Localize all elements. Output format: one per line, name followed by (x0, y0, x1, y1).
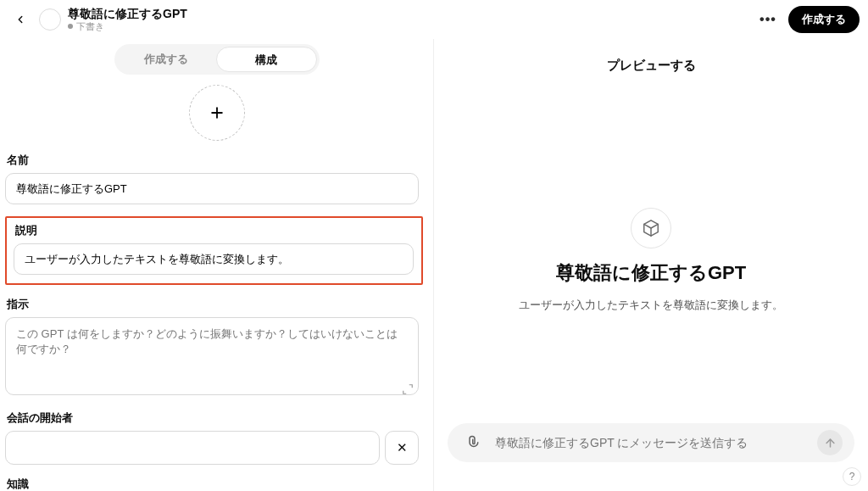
name-label: 名前 (7, 153, 423, 168)
more-options-button[interactable]: ••• (754, 6, 782, 33)
editor-header: 尊敬語に修正するGPT 下書き ••• 作成する (0, 0, 868, 39)
gpt-title: 尊敬語に修正するGPT (68, 8, 187, 20)
conversation-starters-field: 会話の開始者 ✕ (5, 410, 423, 465)
description-label: 説明 (15, 223, 415, 238)
cube-icon (642, 219, 660, 237)
publish-button[interactable]: 作成する (788, 6, 860, 33)
gpt-avatar-placeholder (39, 8, 61, 31)
status-dot-icon (68, 24, 73, 29)
paperclip-icon (465, 435, 480, 450)
ellipsis-icon: ••• (760, 12, 776, 27)
knowledge-label: 知識 (7, 477, 423, 491)
instructions-field: 指示 (5, 297, 423, 399)
preview-gpt-name: 尊敬語に修正するGPT (556, 260, 746, 286)
gpt-status-text: 下書き (76, 21, 104, 31)
question-icon: ? (849, 471, 855, 483)
conversation-starters-label: 会話の開始者 (7, 410, 423, 426)
upload-avatar-button[interactable] (189, 85, 245, 141)
editor-split: 作成する 構成 名前 説明 指示 会話の開始 (0, 39, 868, 491)
preview-message-bar (448, 423, 854, 462)
mode-tabs: 作成する 構成 (114, 44, 320, 75)
preview-message-input[interactable] (495, 436, 807, 449)
header-title-block: 尊敬語に修正するGPT 下書き (68, 8, 187, 31)
close-icon: ✕ (397, 440, 408, 455)
plus-icon (209, 104, 225, 121)
name-field: 名前 (5, 153, 423, 204)
preview-avatar (631, 208, 671, 248)
description-input[interactable] (14, 243, 414, 275)
preview-gpt-description: ユーザーが入力したテキストを尊敬語に変換します。 (519, 298, 783, 313)
configure-form: 名前 説明 指示 会話の開始者 ✕ (5, 153, 428, 491)
tab-configure[interactable]: 構成 (216, 47, 317, 72)
gpt-status: 下書き (68, 21, 187, 31)
conversation-starter-remove-button[interactable]: ✕ (385, 431, 419, 465)
conversation-starter-input[interactable] (5, 431, 380, 465)
description-field-highlight: 説明 (5, 216, 423, 285)
instructions-label: 指示 (7, 297, 423, 312)
name-input[interactable] (5, 173, 419, 204)
configure-pane: 作成する 構成 名前 説明 指示 会話の開始 (0, 39, 434, 491)
tab-create[interactable]: 作成する (117, 47, 216, 72)
chevron-left-icon (14, 14, 26, 25)
preview-body: 尊敬語に修正するGPT ユーザーが入力したテキストを尊敬語に変換します。 (434, 52, 868, 469)
arrow-up-icon (824, 437, 837, 449)
help-button[interactable]: ? (843, 467, 861, 486)
back-button[interactable] (8, 8, 32, 31)
conversation-starter-row: ✕ (5, 431, 419, 465)
send-button[interactable] (817, 430, 843, 455)
instructions-textarea[interactable] (5, 317, 419, 395)
preview-pane: プレビューする 尊敬語に修正するGPT ユーザーが入力したテキストを尊敬語に変換… (434, 39, 868, 491)
attach-button[interactable] (459, 430, 485, 455)
